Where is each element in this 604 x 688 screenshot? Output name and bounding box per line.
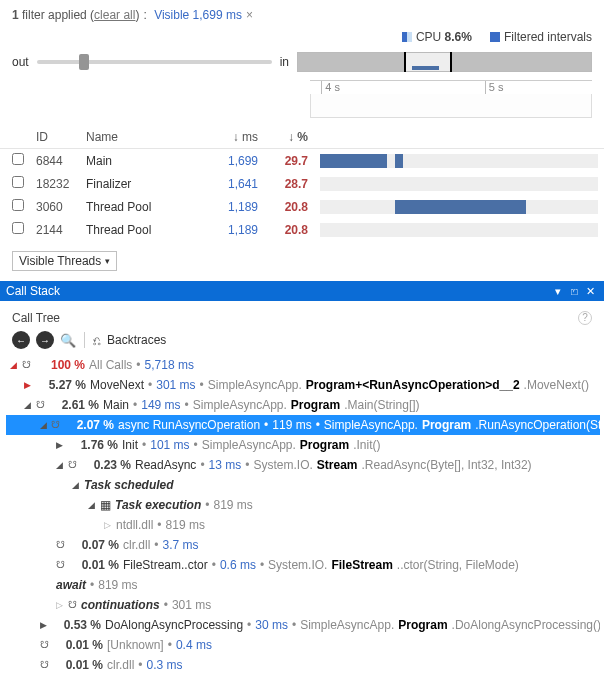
tree-row[interactable]: ☋ 0.01 % [Unknown]• 0.4 ms xyxy=(6,635,600,655)
thread-ms: 1,641 xyxy=(210,172,264,195)
expand-icon[interactable]: ◢ xyxy=(24,396,32,414)
tree-row[interactable]: await• 819 ms xyxy=(6,575,600,595)
thread-bar xyxy=(320,154,598,168)
thread-name: Main xyxy=(80,149,210,173)
cpu-icon xyxy=(402,32,412,42)
window-position-icon[interactable]: ▾ xyxy=(550,285,566,298)
zoom-slider-thumb[interactable] xyxy=(79,54,89,70)
clear-all-link[interactable]: clear all xyxy=(94,8,135,22)
thread-ms: 1,699 xyxy=(210,149,264,173)
expand-icon[interactable]: ◢ xyxy=(72,476,80,494)
thread-checkbox[interactable] xyxy=(12,199,24,211)
tree-row-selected[interactable]: ◢☋ 2.07 % async RunAsyncOperation• 119 m… xyxy=(6,415,600,435)
remove-filter-icon[interactable]: × xyxy=(246,8,253,22)
tree-row[interactable]: ▶ 1.76 % Init• 101 ms• SimpleAsyncApp.Pr… xyxy=(6,435,600,455)
tree-row[interactable]: ▶ 5.27 % MoveNext• 301 ms• SimpleAsyncAp… xyxy=(6,375,600,395)
filter-count: 1 xyxy=(12,8,19,22)
zoom-out-label: out xyxy=(12,55,29,69)
pin-icon[interactable]: ⏍ xyxy=(566,285,582,297)
thread-bar xyxy=(320,223,598,237)
search-icon[interactable]: 🔍 xyxy=(60,333,76,348)
table-row[interactable]: 2144 Thread Pool 1,189 20.8 xyxy=(0,218,604,241)
threads-table: ID Name ↓ ms ↓ % 6844 Main 1,699 29.7 18… xyxy=(0,126,604,241)
thread-bar xyxy=(320,200,598,214)
thread-checkbox[interactable] xyxy=(12,176,24,188)
filtered-intervals-icon xyxy=(490,32,500,42)
collapse-icon[interactable]: ▶ xyxy=(56,436,64,454)
zoom-slider[interactable] xyxy=(37,60,272,64)
backtraces-icon[interactable]: ⎌ xyxy=(93,333,101,348)
zoom-in-label: in xyxy=(280,55,289,69)
backtraces-label: Backtraces xyxy=(107,333,166,347)
tree-row[interactable]: ☋ 0.01 % clr.dll• 0.3 ms xyxy=(6,655,600,675)
col-pc[interactable]: ↓ % xyxy=(264,126,314,149)
collapse-icon[interactable]: ▷ xyxy=(56,596,64,614)
table-row[interactable]: 6844 Main 1,699 29.7 xyxy=(0,149,604,173)
thread-id: 18232 xyxy=(30,172,80,195)
timeline-canvas[interactable] xyxy=(310,94,592,118)
tree-row[interactable]: ▶ 0.53 % DoAlongAsyncProcessing• 30 ms• … xyxy=(6,615,600,635)
tree-row-all-calls[interactable]: ◢☋ 100 % All Calls •5,718 ms xyxy=(6,355,600,375)
expand-icon[interactable]: ◢ xyxy=(10,356,18,374)
timeline-ruler: 4 s 5 s xyxy=(310,80,592,94)
thread-id: 3060 xyxy=(30,195,80,218)
collapse-icon[interactable]: ▷ xyxy=(104,516,112,534)
thread-ms: 1,189 xyxy=(210,195,264,218)
chevron-down-icon: ▾ xyxy=(105,256,110,266)
nav-back-button[interactable]: ← xyxy=(12,331,30,349)
thread-name: Thread Pool xyxy=(80,218,210,241)
timeline-overview[interactable] xyxy=(297,52,592,72)
thread-id: 6844 xyxy=(30,149,80,173)
thread-pc: 20.8 xyxy=(264,195,314,218)
tree-row[interactable]: ◢☋ 2.61 % Main• 149 ms• SimpleAsyncApp.P… xyxy=(6,395,600,415)
help-icon[interactable]: ? xyxy=(578,311,592,325)
call-tree[interactable]: ◢☋ 100 % All Calls •5,718 ms ▶ 5.27 % Mo… xyxy=(0,353,604,685)
thread-ms: 1,189 xyxy=(210,218,264,241)
collapse-icon[interactable]: ▶ xyxy=(24,376,32,394)
thread-id: 2144 xyxy=(30,218,80,241)
nav-forward-button[interactable]: → xyxy=(36,331,54,349)
calltree-toolbar: ← → 🔍 ⎌ Backtraces xyxy=(0,329,604,353)
thread-bar xyxy=(320,177,598,191)
visible-threads-dropdown[interactable]: Visible Threads▾ xyxy=(12,251,117,271)
close-icon[interactable]: ✕ xyxy=(582,285,598,298)
tree-row[interactable]: ▷ ntdll.dll• 819 ms xyxy=(6,515,600,535)
expand-icon[interactable]: ◢ xyxy=(88,496,96,514)
col-ms[interactable]: ↓ ms xyxy=(210,126,264,149)
thread-pc: 29.7 xyxy=(264,149,314,173)
tree-row[interactable]: ◢ Task scheduled xyxy=(6,475,600,495)
tree-row[interactable]: ▷☋ continuations• 301 ms xyxy=(6,595,600,615)
thread-pc: 28.7 xyxy=(264,172,314,195)
thread-name: Finalizer xyxy=(80,172,210,195)
table-row[interactable]: 3060 Thread Pool 1,189 20.8 xyxy=(0,195,604,218)
tree-row[interactable]: ☋ 0.07 % clr.dll• 3.7 ms xyxy=(6,535,600,555)
task-icon: ▦ xyxy=(100,496,111,514)
expand-icon[interactable]: ◢ xyxy=(40,416,47,434)
collapse-icon[interactable]: ▶ xyxy=(40,616,47,634)
callstack-panel-header: Call Stack ▾ ⏍ ✕ xyxy=(0,281,604,301)
expand-icon[interactable]: ◢ xyxy=(56,456,64,474)
table-row[interactable]: 18232 Finalizer 1,641 28.7 xyxy=(0,172,604,195)
thread-checkbox[interactable] xyxy=(12,153,24,165)
tree-row[interactable]: ◢☋ 0.23 % ReadAsync• 13 ms• System.IO.St… xyxy=(6,455,600,475)
calltree-label: Call Tree xyxy=(12,311,60,325)
col-id[interactable]: ID xyxy=(30,126,80,149)
thread-pc: 20.8 xyxy=(264,218,314,241)
tree-row[interactable]: ☋ 0.01 % FileStream..ctor• 0.6 ms• Syste… xyxy=(6,555,600,575)
thread-name: Thread Pool xyxy=(80,195,210,218)
cpu-summary: CPU 8.6% Filtered intervals xyxy=(0,28,604,48)
filter-pill: Visible 1,699 ms× xyxy=(154,8,253,22)
col-name[interactable]: Name xyxy=(80,126,210,149)
filter-bar: 1 filter applied (clear all): Visible 1,… xyxy=(0,0,604,28)
thread-checkbox[interactable] xyxy=(12,222,24,234)
tree-row[interactable]: ◢ ▦ Task execution• 819 ms xyxy=(6,495,600,515)
